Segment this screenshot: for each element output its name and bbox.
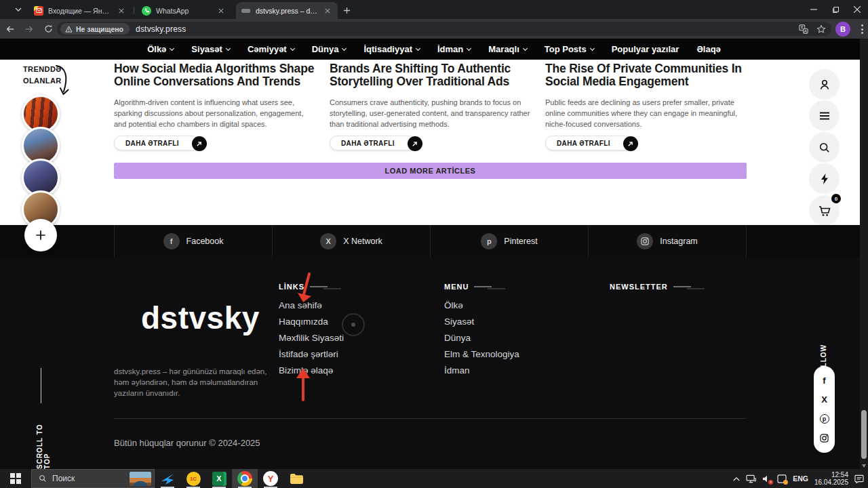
excel-icon: X — [212, 472, 226, 486]
pinterest-icon: p — [481, 233, 497, 249]
browser-tab-dstvsky[interactable]: dstvsky.press – dstvsky.press – — [236, 2, 338, 19]
tray-chevron-up-icon[interactable] — [733, 476, 740, 481]
address-bar[interactable]: Не защищено dstvsky.press — [57, 22, 831, 36]
article-title[interactable]: The Rise Of Private Communities In Socia… — [545, 62, 747, 87]
nav-item-maraqli[interactable]: Maraqlı — [488, 44, 527, 54]
footer-link[interactable]: Dünya — [444, 333, 519, 349]
taskbar-app-messenger[interactable] — [155, 469, 180, 488]
security-chip[interactable]: Не защищено — [60, 23, 130, 35]
tab-title: dstvsky.press – dstvsky.press – — [256, 7, 319, 15]
nav-item-top-posts[interactable]: Top Posts — [545, 44, 594, 54]
x-icon: X — [320, 233, 336, 249]
scroll-to-top-button[interactable]: SCROLL TO TOP — [36, 407, 51, 469]
x-icon[interactable]: X — [821, 395, 827, 404]
read-more-button[interactable]: DAHA ƏTRAFLI — [330, 136, 416, 150]
close-icon[interactable] — [323, 6, 332, 16]
forward-icon[interactable] — [20, 20, 38, 38]
footer-link[interactable]: İstifadə şərtləri — [279, 349, 344, 365]
search-button[interactable] — [809, 132, 840, 163]
footer-description: dstvsky.press – hər gününüzü maraqlı edə… — [114, 366, 270, 399]
copyright-text: Bütün hüquqlar qorunur © 2024-2025 — [114, 438, 260, 448]
flash-button[interactable] — [809, 163, 840, 194]
footer-link[interactable]: Siyasət — [444, 317, 519, 333]
maximize-button[interactable] — [825, 0, 846, 19]
start-button[interactable] — [0, 469, 31, 488]
browser-tab-strip: Входящие — Яндекс Почта WhatsApp dstvsky… — [0, 0, 868, 19]
cart-button[interactable]: 0 — [809, 195, 840, 226]
back-icon[interactable] — [1, 20, 19, 38]
nav-item-populyar-yazilar[interactable]: Populyar yazılar — [612, 44, 679, 54]
browser-profile-avatar[interactable]: B — [835, 22, 850, 37]
tab-search-chevron-icon[interactable] — [11, 4, 26, 15]
facebook-icon: f — [163, 233, 180, 249]
chevron-down-icon — [290, 45, 295, 50]
action-center-icon[interactable] — [854, 474, 864, 483]
article-title[interactable]: Brands Are Shifting To Authentic Storyte… — [330, 62, 531, 87]
nav-item-iqtisadiyyat[interactable]: İqtisadiyyat — [363, 44, 420, 54]
social-facebook[interactable]: f Facebook — [114, 225, 272, 258]
close-icon[interactable] — [117, 6, 126, 16]
taskbar-app-1c[interactable]: 1С — [180, 469, 206, 488]
browser-tab-whatsapp[interactable]: WhatsApp — [136, 2, 231, 19]
nav-item-cemiyyet[interactable]: Cəmiyyət — [248, 44, 294, 54]
language-indicator[interactable]: ENG — [793, 474, 808, 483]
search-highlight-image[interactable] — [130, 472, 151, 486]
taskbar-app-yandex-browser[interactable]: Y — [258, 469, 283, 488]
menu-button[interactable] — [809, 100, 840, 131]
refresh-icon[interactable] — [39, 20, 57, 38]
taskbar-app-excel[interactable]: X — [206, 469, 232, 488]
scrollbar-thumb[interactable] — [861, 410, 867, 459]
nav-item-siyaset[interactable]: Siyasət — [191, 44, 230, 54]
tray-notification-icon[interactable] — [777, 474, 787, 483]
social-x-network[interactable]: X X Network — [272, 225, 430, 258]
add-story-button[interactable] — [24, 219, 57, 251]
plus-icon — [35, 230, 46, 241]
read-more-button[interactable]: DAHA ƏTRAFLI — [114, 136, 200, 150]
mute-badge: × — [768, 480, 773, 485]
footer-logo[interactable]: dstvsky — [141, 300, 260, 336]
footer-link[interactable]: İdman — [444, 365, 519, 382]
notification-dot — [783, 480, 788, 485]
taskbar-search-input[interactable]: Поиск — [31, 469, 155, 488]
nav-item-olke[interactable]: Ölkə — [147, 44, 174, 54]
nav-item-idman[interactable]: İdman — [437, 44, 471, 54]
social-pinterest[interactable]: p Pinterest — [430, 225, 588, 258]
footer-link[interactable]: Haqqımızda — [279, 317, 344, 333]
browser-menu-icon[interactable] — [861, 24, 864, 34]
nav-item-dunya[interactable]: Dünya — [312, 44, 347, 54]
read-more-button[interactable]: DAHA ƏTRAFLI — [545, 136, 631, 150]
translate-icon[interactable] — [799, 24, 808, 34]
chevron-down-icon — [590, 45, 595, 50]
clock[interactable]: 12:54 16.04.2025 — [814, 471, 848, 486]
new-tab-button[interactable] — [340, 4, 353, 16]
page-scrollbar[interactable] — [860, 39, 868, 469]
close-window-button[interactable] — [846, 0, 868, 19]
bookmark-star-icon[interactable] — [816, 24, 826, 34]
footer-divider — [114, 418, 747, 419]
minimize-button[interactable] — [803, 0, 825, 19]
footer-link[interactable]: Məxfilik Siyasəti — [279, 333, 344, 349]
tray-display-icon[interactable] — [746, 474, 756, 483]
tray-volume-muted-icon[interactable]: × — [762, 474, 771, 483]
tab-title: WhatsApp — [156, 7, 212, 15]
article-title[interactable]: How Social Media Algorithms Shape Online… — [114, 62, 315, 87]
system-tray: × ENG 12:54 16.04.2025 — [733, 469, 868, 488]
footer-link[interactable]: Ölkə — [444, 300, 519, 317]
pinterest-icon[interactable]: p — [820, 414, 829, 424]
footer-link[interactable]: Elm & Texnologiya — [444, 349, 519, 365]
blue-bird-icon — [161, 472, 174, 485]
browser-tab-yandex-mail[interactable]: Входящие — Яндекс Почта — [28, 2, 132, 19]
load-more-button[interactable]: LOAD MORE ARTİCLES — [114, 163, 747, 179]
close-icon[interactable] — [216, 6, 226, 16]
lightning-icon — [820, 173, 829, 185]
footer-menu-heading: MENU — [444, 283, 505, 291]
taskbar-app-explorer[interactable] — [283, 469, 309, 488]
taskbar-app-chrome[interactable] — [232, 469, 258, 488]
instagram-icon[interactable] — [820, 434, 829, 443]
facebook-icon[interactable]: f — [823, 376, 825, 385]
scrollbar-down-arrow[interactable] — [862, 464, 866, 468]
nav-item-elaqe[interactable]: Əlaqə — [696, 44, 720, 54]
social-instagram[interactable]: Instagram — [588, 225, 747, 258]
person-icon — [818, 78, 831, 92]
account-button[interactable] — [809, 69, 840, 100]
